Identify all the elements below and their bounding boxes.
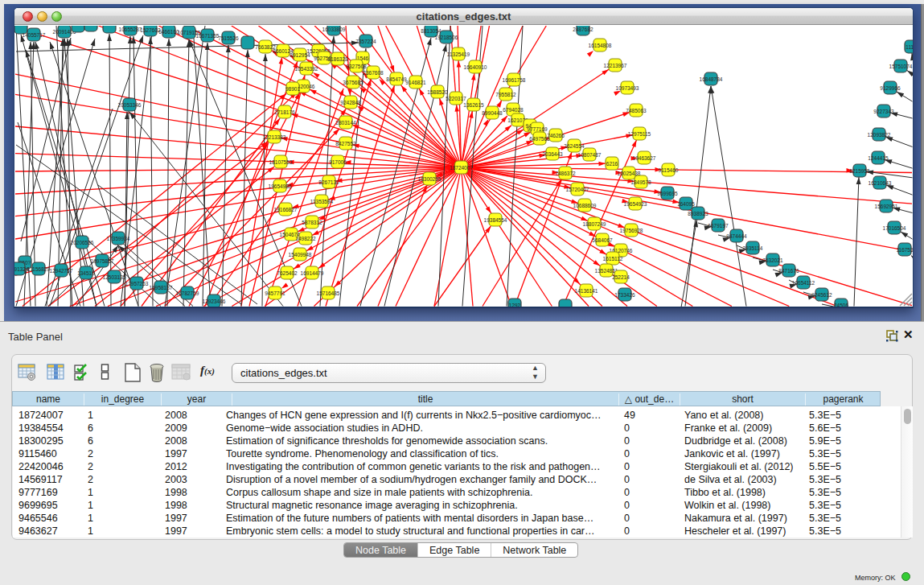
svg-text:8938923: 8938923 (688, 211, 708, 216)
svg-text:6794028: 6794028 (503, 107, 524, 113)
svg-text:8186328: 8186328 (327, 56, 348, 62)
svg-text:19975857: 19975857 (91, 258, 114, 264)
svg-text:9474444: 9474444 (726, 233, 747, 239)
svg-text:8215955: 8215955 (849, 168, 870, 174)
svg-text:19384554: 19384554 (484, 217, 507, 223)
svg-text:11325419: 11325419 (447, 51, 470, 57)
svg-text:10543392: 10543392 (295, 66, 318, 72)
svg-text:8471676: 8471676 (778, 268, 799, 274)
svg-text:10654112: 10654112 (792, 280, 815, 286)
svg-text:1292: 1292 (509, 303, 521, 307)
svg-text:1244415: 1244415 (868, 155, 889, 161)
svg-text:18107553: 18107553 (269, 159, 293, 165)
svg-text:12923446: 12923446 (203, 299, 226, 304)
svg-text:6216: 6216 (606, 161, 618, 167)
svg-text:9699695: 9699695 (657, 191, 678, 196)
svg-text:7955812: 7955812 (495, 92, 516, 97)
svg-text:5220317: 5220317 (446, 96, 466, 101)
svg-text:16961758: 16961758 (503, 77, 526, 83)
svg-text:12213383: 12213383 (263, 134, 286, 140)
svg-text:8813054: 8813054 (421, 28, 441, 34)
svg-text:7632021: 7632021 (762, 257, 783, 263)
svg-text:9146821: 9146821 (405, 80, 426, 85)
svg-text:16671355: 16671355 (196, 33, 220, 39)
svg-text:12975115: 12975115 (628, 131, 651, 137)
svg-text:116753: 116753 (896, 247, 913, 253)
svg-text:7357224: 7357224 (355, 39, 376, 44)
svg-text:917006: 917006 (329, 159, 347, 165)
svg-text:12093822: 12093822 (868, 132, 891, 138)
svg-text:1117: 1117 (906, 44, 913, 50)
svg-text:8454749: 8454749 (386, 76, 407, 82)
svg-text:9227343: 9227343 (873, 109, 894, 114)
svg-text:12942757: 12942757 (50, 268, 73, 274)
svg-text:19756928: 19756928 (620, 228, 643, 233)
svg-text:746266: 746266 (547, 133, 565, 138)
svg-text:17359934: 17359934 (107, 236, 130, 241)
svg-text:18300295: 18300295 (418, 176, 441, 182)
svg-text:2367608: 2367608 (363, 70, 384, 76)
svg-text:134519: 134519 (77, 270, 95, 276)
svg-text:10025438: 10025438 (618, 171, 641, 176)
svg-text:9245612: 9245612 (811, 292, 832, 298)
svg-text:10973493: 10973493 (616, 85, 639, 91)
svg-text:10655287: 10655287 (119, 27, 142, 32)
svg-text:9115460: 9115460 (659, 167, 679, 173)
svg-text:16782759: 16782759 (176, 290, 199, 296)
svg-text:17016504: 17016504 (883, 225, 906, 231)
svg-text:19463627: 19463627 (633, 155, 656, 161)
svg-text:5684067: 5684067 (592, 237, 613, 243)
svg-text:18807249: 18807249 (583, 221, 606, 227)
svg-text:1615112: 1615112 (603, 256, 623, 262)
svg-text:1733426: 1733426 (614, 292, 635, 298)
svg-text:16958137: 16958137 (150, 285, 173, 290)
svg-text:15720407: 15720407 (566, 187, 589, 192)
svg-text:1588520: 1588520 (427, 89, 448, 95)
svg-text:12503135: 12503135 (103, 274, 126, 280)
svg-text:1498222: 1498222 (295, 236, 316, 241)
svg-text:1527602: 1527602 (140, 27, 161, 33)
svg-text:19654985: 19654985 (269, 183, 292, 189)
svg-text:17957253: 17957253 (125, 281, 149, 286)
svg-text:19166827: 19166827 (274, 207, 298, 212)
svg-text:2487682: 2487682 (573, 27, 593, 32)
svg-text:16640910: 16640910 (464, 64, 487, 70)
svg-text:19654923: 19654923 (624, 201, 647, 207)
svg-text:10807487: 10807487 (578, 152, 602, 158)
svg-text:15409948: 15409948 (289, 252, 312, 257)
svg-text:7486372: 7486372 (555, 171, 576, 176)
svg-text:1362615: 1362615 (463, 102, 484, 108)
svg-text:6466160: 6466160 (158, 29, 179, 35)
svg-text:7625402: 7625402 (277, 270, 298, 276)
svg-text:11353594: 11353594 (310, 199, 334, 204)
svg-text:24506: 24506 (834, 303, 848, 307)
svg-text:16033809: 16033809 (322, 27, 346, 32)
svg-text:16154808: 16154808 (589, 43, 612, 48)
svg-text:2718176: 2718176 (274, 109, 295, 115)
svg-text:2935114: 2935114 (743, 245, 763, 251)
svg-text:3675685: 3675685 (343, 80, 363, 85)
svg-text:9129966: 9129966 (880, 85, 901, 91)
svg-text:7485063: 7485063 (626, 108, 647, 113)
svg-text:18724007: 18724007 (450, 165, 473, 171)
svg-text:3624554: 3624554 (564, 143, 585, 149)
svg-text:2803144: 2803144 (335, 120, 356, 126)
svg-text:16848784: 16848784 (700, 76, 723, 82)
svg-text:1849578: 1849578 (630, 179, 651, 185)
svg-text:9242848: 9242848 (340, 100, 361, 105)
svg-text:11156829: 11156829 (27, 266, 50, 272)
svg-text:2036443: 2036443 (542, 151, 563, 157)
svg-text:9457791: 9457791 (265, 290, 285, 296)
svg-text:5878312: 5878312 (302, 220, 322, 225)
svg-text:6679197: 6679197 (708, 223, 729, 229)
svg-text:15716485: 15716485 (317, 290, 340, 296)
svg-text:14136141: 14136141 (575, 288, 598, 294)
svg-text:14055717: 14055717 (23, 32, 46, 38)
svg-text:8267130: 8267130 (318, 179, 339, 185)
svg-text:9777169: 9777169 (527, 126, 548, 132)
svg-text:20206536: 20206536 (71, 240, 94, 245)
svg-text:252214: 252214 (612, 274, 630, 280)
svg-text:10688609: 10688609 (573, 203, 597, 208)
svg-text:16210643: 16210643 (869, 180, 892, 186)
svg-text:19218506: 19218506 (435, 35, 458, 40)
